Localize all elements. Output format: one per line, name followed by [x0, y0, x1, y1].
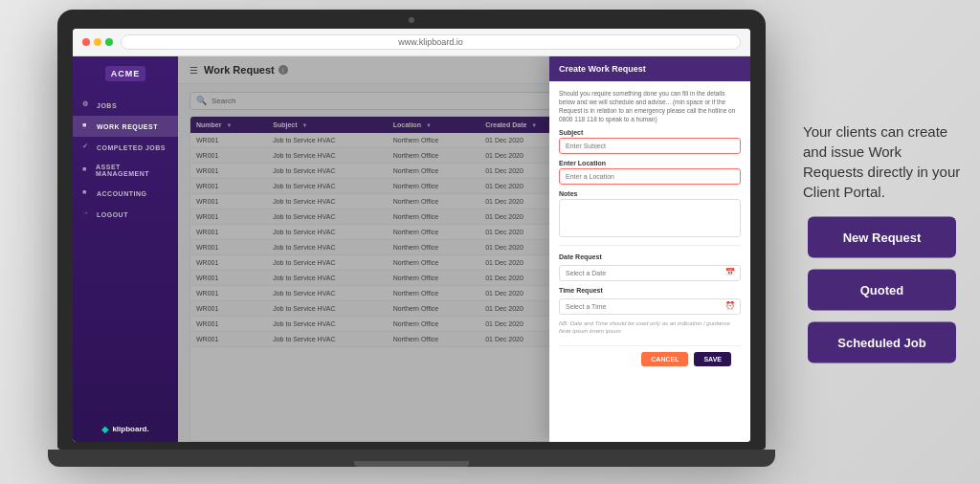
klipboard-text: klipboard.: [112, 425, 148, 433]
date-input-wrapper: 📅: [559, 262, 741, 281]
modal-body: Should you require something done you ca…: [549, 81, 750, 380]
traffic-light-red[interactable]: [82, 38, 90, 46]
jobs-icon: ⚙: [82, 100, 92, 110]
completed-icon: ✓: [82, 143, 92, 152]
quoted-button[interactable]: Quoted: [808, 270, 956, 311]
right-panel: Your clients can create and issue Work R…: [803, 121, 961, 363]
subject-form-group: Subject: [559, 129, 741, 154]
location-input[interactable]: [559, 168, 741, 185]
sidebar-item-accounting[interactable]: ■ ACCOUNTING: [73, 183, 178, 204]
address-bar[interactable]: www.klipboard.io: [121, 34, 741, 50]
notes-form-group: Notes: [559, 190, 741, 237]
browser-chrome: www.klipboard.io: [73, 29, 750, 56]
main-content: ☰ Work Request i 🔍: [178, 56, 750, 442]
logout-icon: →: [82, 209, 92, 219]
clock-icon: ⏰: [725, 301, 735, 310]
sidebar-item-accounting-label: ACCOUNTING: [97, 190, 146, 197]
date-input[interactable]: [559, 265, 741, 281]
date-label: Date Request: [559, 253, 741, 260]
notes-textarea[interactable]: [559, 199, 741, 237]
location-form-group: Enter Location: [559, 160, 741, 185]
traffic-lights: [82, 38, 113, 46]
klipboard-brand: ◆ klipboard.: [80, 424, 170, 434]
sidebar-logo: ACME: [73, 56, 178, 91]
sidebar-item-asset-label: ASSET MANAGEMENT: [96, 164, 168, 177]
sidebar-item-completed-jobs[interactable]: ✓ COMPLETED JOBS: [73, 137, 178, 158]
laptop-camera: [409, 17, 414, 23]
logo-badge: ACME: [105, 66, 146, 81]
sidebar: ACME ⚙ JOBS ■ WORK REQUEST: [73, 56, 178, 442]
asset-icon: ■: [82, 165, 91, 175]
laptop-base: [48, 450, 775, 467]
subject-label: Subject: [559, 129, 741, 136]
sidebar-footer: ◆ klipboard.: [73, 416, 178, 442]
scheduled-job-button[interactable]: Scheduled Job: [808, 322, 956, 363]
sidebar-item-work-request-label: WORK REQUEST: [97, 123, 158, 130]
save-button[interactable]: SAVE: [694, 352, 731, 366]
accounting-icon: ■: [82, 188, 92, 198]
cancel-button[interactable]: CANCEL: [641, 352, 688, 366]
laptop-screen: www.klipboard.io ACME ⚙ JOBS: [73, 29, 750, 442]
sidebar-item-jobs[interactable]: ⚙ JOBS: [73, 95, 178, 116]
page-wrapper: www.klipboard.io ACME ⚙ JOBS: [0, 0, 980, 484]
sidebar-item-completed-label: COMPLETED JOBS: [97, 144, 166, 151]
time-input-wrapper: ⏰: [559, 296, 741, 315]
subject-input[interactable]: [559, 138, 741, 154]
calendar-icon: 📅: [725, 268, 735, 276]
nb-text: NB: Date and Time should be used only as…: [559, 320, 741, 336]
app-layout: ACME ⚙ JOBS ■ WORK REQUEST: [73, 56, 750, 442]
sidebar-item-asset-management[interactable]: ■ ASSET MANAGEMENT: [73, 158, 178, 183]
time-label: Time Request: [559, 287, 741, 294]
divider: [559, 245, 741, 246]
modal-overlay: Create Work Request Should you require s…: [178, 56, 750, 442]
modal-footer: CANCEL SAVE: [559, 345, 741, 372]
sidebar-item-logout-label: LOGOUT: [97, 211, 128, 218]
modal-panel: Create Work Request Should you require s…: [549, 56, 750, 442]
new-request-button[interactable]: New Request: [808, 217, 956, 258]
sidebar-nav: ⚙ JOBS ■ WORK REQUEST ✓ COMPLETED JOBS: [73, 91, 178, 416]
laptop-body: www.klipboard.io ACME ⚙ JOBS: [57, 10, 766, 450]
sidebar-item-work-request[interactable]: ■ WORK REQUEST: [73, 116, 178, 137]
sidebar-item-logout[interactable]: → LOGOUT: [73, 204, 178, 225]
promo-text: Your clients can create and issue Work R…: [803, 121, 961, 202]
klipboard-icon: ◆: [101, 424, 109, 434]
time-form-group: Time Request ⏰: [559, 287, 741, 315]
modal-description: Should you require something done you ca…: [559, 89, 741, 123]
traffic-light-green[interactable]: [105, 38, 113, 46]
date-form-group: Date Request 📅: [559, 253, 741, 281]
modal-header: Create Work Request: [549, 56, 750, 81]
laptop-frame: www.klipboard.io ACME ⚙ JOBS: [48, 10, 775, 474]
notes-label: Notes: [559, 190, 741, 197]
location-label: Enter Location: [559, 160, 741, 166]
time-input[interactable]: [559, 298, 741, 315]
traffic-light-yellow[interactable]: [94, 38, 101, 46]
sidebar-item-jobs-label: JOBS: [97, 102, 117, 109]
work-request-icon: ■: [82, 121, 92, 131]
